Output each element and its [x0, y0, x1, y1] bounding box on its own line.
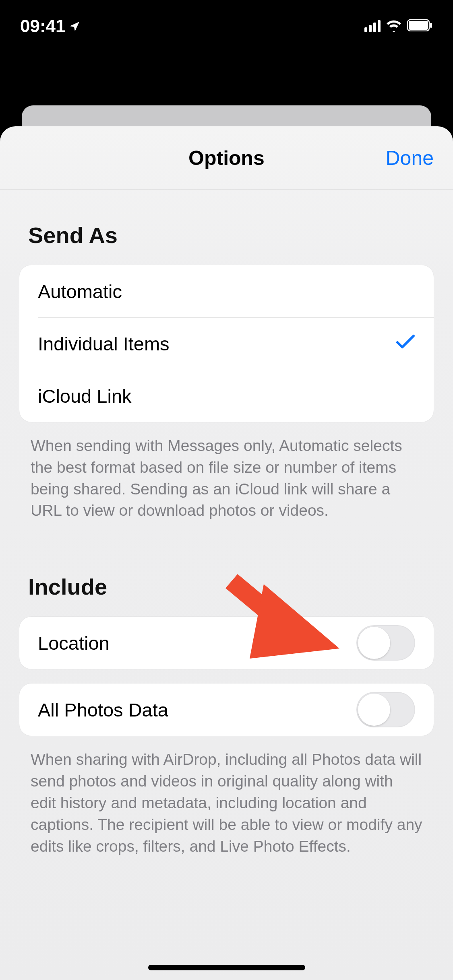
- include-all-photos-data-row-group: All Photos Data: [19, 684, 434, 736]
- send-as-footer: When sending with Messages only, Automat…: [19, 422, 434, 521]
- location-services-icon: [69, 16, 80, 36]
- send-as-option-label: Individual Items: [38, 333, 170, 355]
- sheet-header: Options Done: [0, 126, 453, 190]
- include-all-photos-data-row[interactable]: All Photos Data: [19, 684, 434, 736]
- status-bar: 09:41: [0, 0, 453, 52]
- status-time: 09:41: [20, 16, 66, 36]
- svg-rect-1: [409, 21, 428, 30]
- home-indicator[interactable]: [148, 965, 305, 970]
- options-sheet: Options Done Send As Automatic Individua…: [0, 126, 453, 980]
- send-as-option-label: iCloud Link: [38, 385, 132, 407]
- send-as-option-automatic[interactable]: Automatic: [19, 265, 434, 317]
- send-as-option-individual-items[interactable]: Individual Items: [19, 317, 434, 370]
- status-time-group: 09:41: [20, 16, 80, 36]
- checkmark-icon: [396, 333, 415, 355]
- all-photos-data-toggle[interactable]: [356, 692, 415, 727]
- section-title-include: Include: [19, 574, 434, 600]
- svg-rect-2: [430, 23, 432, 28]
- section-title-send-as: Send As: [19, 222, 434, 248]
- cellular-signal-icon: [364, 20, 381, 32]
- location-toggle[interactable]: [356, 625, 415, 661]
- done-button[interactable]: Done: [385, 146, 434, 170]
- include-all-photos-data-label: All Photos Data: [38, 699, 168, 721]
- status-right-group: [364, 19, 433, 33]
- send-as-option-label: Automatic: [38, 280, 122, 303]
- include-location-row[interactable]: Location: [19, 617, 434, 669]
- send-as-group: Automatic Individual Items iCloud Link: [19, 265, 434, 422]
- include-location-row-group: Location: [19, 617, 434, 669]
- battery-icon: [407, 19, 433, 33]
- sheet-title: Options: [188, 146, 265, 170]
- include-location-label: Location: [38, 632, 110, 654]
- include-footer: When sharing with AirDrop, including all…: [19, 736, 434, 857]
- wifi-icon: [385, 19, 402, 33]
- send-as-option-icloud-link[interactable]: iCloud Link: [19, 370, 434, 422]
